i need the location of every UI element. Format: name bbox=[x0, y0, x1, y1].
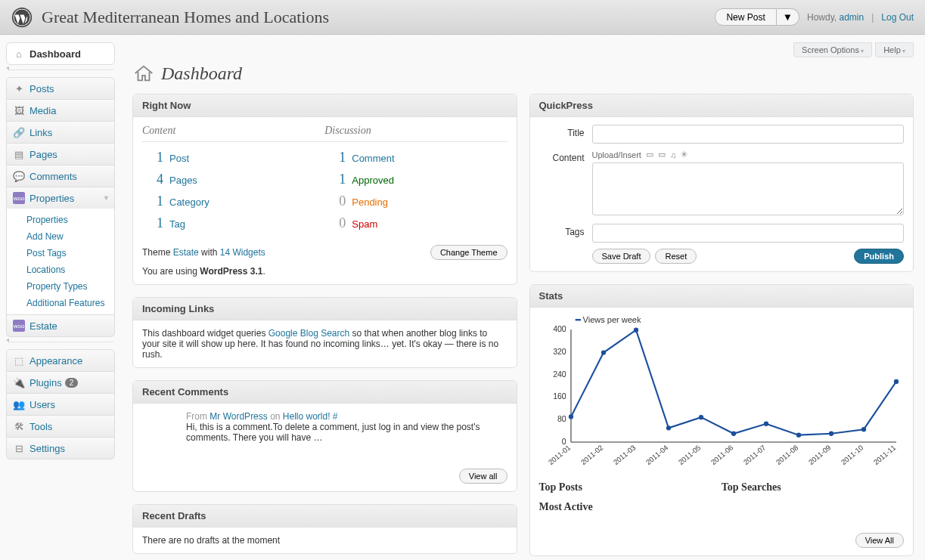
admin-link[interactable]: admin bbox=[839, 12, 864, 23]
svg-text:400: 400 bbox=[553, 325, 566, 333]
svg-text:160: 160 bbox=[553, 393, 566, 401]
stat-label[interactable]: Pages bbox=[169, 175, 197, 186]
appearance-icon: ⬚ bbox=[13, 354, 25, 367]
menu-label: Tools bbox=[29, 421, 52, 432]
qp-tags-input[interactable] bbox=[592, 224, 905, 243]
page-icon: ▤ bbox=[13, 148, 25, 160]
view-all-stats-button[interactable]: View All bbox=[855, 533, 904, 548]
publish-button[interactable]: Publish bbox=[854, 249, 904, 264]
site-title[interactable]: Great Mediterranean Homes and Locations bbox=[42, 8, 715, 27]
menu-links[interactable]: 🔗 Links bbox=[6, 122, 115, 144]
logout-link[interactable]: Log Out bbox=[881, 12, 914, 23]
menu-label: Media bbox=[29, 105, 56, 116]
menu-properties[interactable]: woo Properties ▼ bbox=[6, 187, 115, 209]
stat-number[interactable]: 1 bbox=[142, 215, 163, 231]
comment-avatar bbox=[142, 411, 180, 449]
stat-number[interactable]: 1 bbox=[324, 150, 346, 166]
menu-label: Pages bbox=[29, 149, 57, 160]
add-audio-icon[interactable]: ♫ bbox=[670, 150, 676, 159]
page-heading: Dashboard bbox=[132, 62, 914, 85]
stat-label[interactable]: Tag bbox=[169, 218, 185, 230]
menu-dashboard[interactable]: ⌂ Dashboard bbox=[6, 42, 115, 65]
svg-text:2011-06: 2011-06 bbox=[709, 443, 734, 466]
widget-header[interactable]: Incoming Links bbox=[133, 298, 517, 320]
qp-title-input[interactable] bbox=[592, 125, 905, 144]
qp-content-textarea[interactable] bbox=[592, 162, 905, 215]
top-posts-heading: Top Posts bbox=[539, 481, 722, 493]
stat-label[interactable]: Post bbox=[169, 153, 189, 164]
stat-label[interactable]: Spam bbox=[352, 218, 377, 230]
stat-number[interactable]: 1 bbox=[142, 193, 163, 209]
menu-pages[interactable]: ▤ Pages bbox=[6, 144, 115, 166]
upload-insert-label: Upload/Insert bbox=[592, 150, 641, 159]
menu-label: Links bbox=[29, 127, 52, 138]
stat-number[interactable]: 1 bbox=[142, 150, 163, 166]
menu-label: Appearance bbox=[29, 355, 82, 367]
stat-label[interactable]: Comment bbox=[352, 153, 394, 164]
page-title: Dashboard bbox=[161, 63, 242, 84]
add-image-icon[interactable]: ▭ bbox=[646, 150, 653, 159]
new-post-dropdown-arrow[interactable]: ▼ bbox=[777, 8, 799, 26]
main-content: Screen Options Help Dashboard Right Now … bbox=[121, 35, 925, 560]
submenu-item[interactable]: Property Types bbox=[7, 278, 114, 295]
users-icon: 👥 bbox=[13, 398, 25, 410]
widget-header[interactable]: Right Now bbox=[133, 94, 517, 117]
menu-label: Posts bbox=[29, 83, 54, 94]
stat-number[interactable]: 1 bbox=[324, 172, 346, 187]
widget-header[interactable]: Recent Drafts bbox=[133, 505, 517, 528]
google-blog-search-link[interactable]: Google Blog Search bbox=[268, 328, 349, 339]
comment-hash-link[interactable]: # bbox=[331, 411, 338, 422]
screen-options-tab[interactable]: Screen Options bbox=[793, 42, 872, 57]
widgets-link[interactable]: 14 Widgets bbox=[220, 247, 265, 258]
svg-text:2011-04: 2011-04 bbox=[644, 443, 669, 466]
svg-point-18 bbox=[796, 432, 800, 437]
stat-number[interactable]: 4 bbox=[142, 172, 163, 187]
menu-posts[interactable]: ✦ Posts bbox=[6, 77, 115, 100]
qp-title-label: Title bbox=[539, 125, 585, 138]
menu-plugins[interactable]: 🔌 Plugins 2 bbox=[6, 372, 115, 394]
incoming-links-text: This dashboard widget queries Google Blo… bbox=[133, 320, 517, 367]
menu-estate[interactable]: woo Estate bbox=[6, 315, 115, 337]
stat-label[interactable]: Approved bbox=[352, 175, 394, 186]
svg-point-13 bbox=[633, 328, 638, 333]
widget-right-now: Right Now Content 1Post 4Pages 1Category… bbox=[132, 94, 517, 285]
view-all-comments-button[interactable]: View all bbox=[459, 469, 508, 484]
menu-comments[interactable]: 💬 Comments bbox=[6, 166, 115, 187]
widget-header[interactable]: Stats bbox=[530, 285, 914, 308]
reset-button[interactable]: Reset bbox=[655, 249, 697, 264]
submenu-item[interactable]: Additional Features bbox=[7, 295, 114, 311]
add-video-icon[interactable]: ▭ bbox=[658, 150, 666, 159]
add-media-icon[interactable]: ✳ bbox=[681, 150, 688, 159]
widget-header[interactable]: Recent Comments bbox=[133, 381, 517, 404]
menu-settings[interactable]: ⊟ Settings bbox=[6, 438, 115, 459]
menu-media[interactable]: 🖼 Media bbox=[6, 100, 115, 122]
stat-number[interactable]: 0 bbox=[324, 193, 346, 209]
submenu-item[interactable]: Properties bbox=[7, 212, 114, 228]
theme-info: Theme Estate with 14 Widgets bbox=[142, 247, 265, 258]
stat-label[interactable]: Category bbox=[169, 196, 210, 208]
submenu-item[interactable]: Locations bbox=[7, 261, 114, 278]
menu-appearance[interactable]: ⬚ Appearance bbox=[6, 349, 115, 372]
menu-separator[interactable] bbox=[8, 342, 113, 348]
menu-tools[interactable]: 🛠 Tools bbox=[6, 416, 115, 438]
submenu-item[interactable]: Add New bbox=[7, 228, 114, 245]
menu-users[interactable]: 👥 Users bbox=[6, 394, 115, 416]
wordpress-logo-icon[interactable] bbox=[11, 7, 33, 28]
new-post-button[interactable]: New Post bbox=[715, 8, 776, 26]
stat-number[interactable]: 0 bbox=[324, 215, 346, 231]
svg-text:2011-11: 2011-11 bbox=[871, 443, 897, 466]
comment-post-link[interactable]: Hello world! bbox=[283, 411, 331, 422]
stat-label[interactable]: Pending bbox=[352, 196, 388, 208]
submenu-item[interactable]: Post Tags bbox=[7, 245, 114, 261]
change-theme-button[interactable]: Change Theme bbox=[430, 245, 508, 260]
dashboard-icon bbox=[132, 62, 155, 85]
comment-author-link[interactable]: Mr WordPress bbox=[210, 411, 267, 422]
widget-header[interactable]: QuickPress bbox=[530, 94, 914, 117]
widget-recent-comments: Recent Comments From Mr WordPress on Hel… bbox=[132, 380, 517, 492]
separator: | bbox=[871, 12, 874, 23]
theme-link[interactable]: Estate bbox=[173, 247, 199, 258]
admin-sidebar: ⌂ Dashboard ✦ Posts 🖼 Media 🔗 Links ▤ Pa… bbox=[0, 35, 121, 560]
menu-separator[interactable] bbox=[8, 70, 113, 76]
help-tab[interactable]: Help bbox=[875, 42, 914, 57]
save-draft-button[interactable]: Save Draft bbox=[592, 249, 651, 264]
